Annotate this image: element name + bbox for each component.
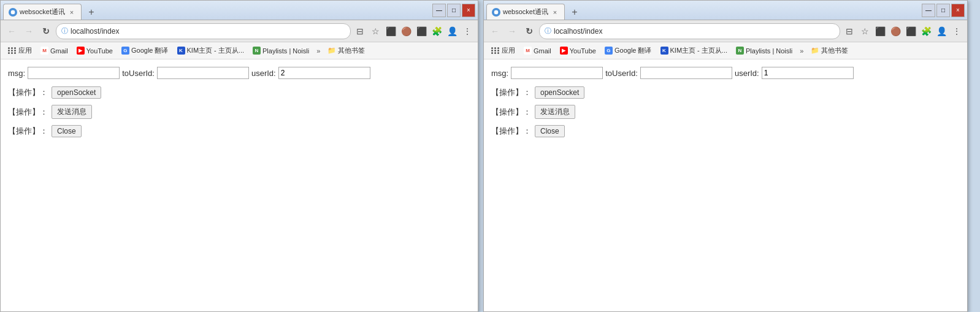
nav-icon5-left[interactable]: ⬛: [415, 25, 428, 38]
bookmark-youtube-left[interactable]: ▶ YouTube: [73, 45, 117, 56]
address-input-right[interactable]: [554, 27, 835, 36]
address-input-left[interactable]: [71, 27, 345, 36]
bookmark-star-icon-right[interactable]: ☆: [858, 25, 871, 38]
address-lock-left: ⓘ: [61, 26, 68, 36]
action-label-2-left: 【操作】：: [8, 107, 48, 118]
forward-btn-right[interactable]: →: [505, 24, 519, 39]
tab-right[interactable]: websocket通讯 ×: [486, 4, 565, 20]
tab-title-right: websocket通讯: [503, 7, 548, 17]
translate-label-left: Google 翻译: [131, 46, 169, 55]
bookmark-kim-right[interactable]: K KIM主页 - 主页从...: [657, 45, 732, 56]
nav-icon4-left[interactable]: 🟤: [399, 25, 413, 38]
bookmark-translate-left[interactable]: G Google 翻译: [118, 45, 172, 56]
nav-icon5-right[interactable]: ⬛: [904, 25, 917, 38]
send-msg-btn-left[interactable]: 发送消息: [52, 105, 92, 119]
nav-bar-left: ← → ↻ ⓘ ⊟ ☆ ⬛ 🟤 ⬛ 🧩 👤 ⋮: [1, 20, 478, 42]
userid-input-right[interactable]: [762, 67, 854, 79]
back-btn-right[interactable]: ←: [488, 24, 502, 39]
new-tab-btn-left[interactable]: +: [84, 5, 99, 20]
nav-icon3-right[interactable]: ⬛: [873, 25, 887, 38]
maximize-btn-left[interactable]: □: [447, 4, 461, 17]
youtube-label-left: YouTube: [86, 47, 113, 55]
msg-input-left[interactable]: [28, 67, 120, 79]
address-lock-right: ⓘ: [545, 26, 551, 36]
address-bar-right[interactable]: ⓘ: [539, 23, 840, 39]
bookmark-gmail-right[interactable]: M Gmail: [520, 45, 555, 56]
cast-icon-left[interactable]: ⊟: [353, 25, 367, 38]
youtube-favicon-right: ▶: [560, 47, 568, 55]
nav-icon4-right[interactable]: 🟤: [889, 25, 902, 38]
page-content-left: msg: toUserId: userId: 【操作】： openSocket …: [1, 59, 478, 311]
open-socket-btn-right[interactable]: openSocket: [535, 86, 584, 99]
bookmark-kim-left[interactable]: K KIM主页 - 主页从...: [174, 45, 248, 56]
apps-dots-left: [8, 47, 17, 54]
forward-btn-left[interactable]: →: [21, 24, 36, 39]
refresh-btn-right[interactable]: ↻: [522, 24, 537, 39]
svg-point-0: [10, 10, 15, 15]
menu-icon-right[interactable]: ⋮: [950, 25, 963, 38]
apps-dots-right: [491, 47, 500, 54]
noisli-label-left: Playlists | Noisli: [262, 47, 309, 55]
new-tab-btn-right[interactable]: +: [567, 5, 582, 20]
account-icon-left[interactable]: 👤: [445, 25, 459, 38]
address-bar-left[interactable]: ⓘ: [56, 23, 351, 39]
page-content-right: msg: toUserId: userId: 【操作】： openSocket …: [484, 59, 967, 311]
back-btn-left[interactable]: ←: [4, 24, 19, 39]
bookmark-translate-right[interactable]: G Google 翻译: [601, 45, 656, 56]
folder-icon-left: 📁: [327, 47, 336, 55]
bookmark-more-left[interactable]: »: [314, 46, 323, 56]
tab-close-right[interactable]: ×: [551, 8, 559, 17]
close-btn-left[interactable]: ×: [462, 4, 475, 17]
input-row-right: msg: toUserId: userId:: [491, 67, 960, 79]
userid-label-right: userId:: [735, 69, 759, 78]
translate-label-right: Google 翻译: [614, 46, 652, 55]
bookmarks-bar-right: 应用 M Gmail ▶ YouTube G Google 翻译 K KIM主页…: [484, 42, 967, 59]
msg-label-right: msg:: [491, 69, 508, 78]
touserid-input-left[interactable]: [157, 67, 249, 79]
apps-label-left: 应用: [18, 46, 32, 55]
bookmark-youtube-right[interactable]: ▶ YouTube: [556, 45, 600, 56]
bookmark-noisli-right[interactable]: N Playlists | Noisli: [732, 45, 796, 56]
bookmark-star-icon-left[interactable]: ☆: [369, 25, 382, 38]
minimize-btn-right[interactable]: —: [922, 4, 935, 17]
nav-icons-right: ⊟ ☆ ⬛ 🟤 ⬛ 🧩 👤 ⋮: [843, 25, 963, 38]
userid-input-left[interactable]: [278, 67, 370, 79]
bookmark-more-right[interactable]: »: [797, 46, 806, 56]
other-label-right: 其他书签: [821, 46, 848, 55]
tab-favicon-left: [9, 8, 17, 17]
bookmark-gmail-left[interactable]: M Gmail: [37, 45, 72, 56]
send-msg-btn-right[interactable]: 发送消息: [535, 105, 575, 119]
action-row-2-right: 【操作】： 发送消息: [491, 105, 960, 119]
msg-label-left: msg:: [8, 69, 25, 78]
open-socket-btn-left[interactable]: openSocket: [52, 86, 101, 99]
minimize-btn-left[interactable]: —: [432, 4, 446, 17]
bookmark-noisli-left[interactable]: N Playlists | Noisli: [249, 45, 313, 56]
nav-bar-right: ← → ↻ ⓘ ⊟ ☆ ⬛ 🟤 ⬛ 🧩 👤 ⋮: [484, 20, 967, 42]
tab-left[interactable]: websocket通讯 ×: [3, 4, 82, 20]
title-bar-right: websocket通讯 × + — □ ×: [484, 1, 967, 20]
extensions-icon-left[interactable]: 🧩: [430, 25, 443, 38]
menu-icon-left[interactable]: ⋮: [461, 25, 474, 38]
nav-icon3-left[interactable]: ⬛: [384, 25, 397, 38]
window-controls-left: — □ ×: [432, 4, 475, 17]
gmail-favicon-left: M: [40, 47, 48, 55]
close-btn-page-right[interactable]: Close: [535, 125, 565, 137]
refresh-btn-left[interactable]: ↻: [39, 24, 53, 39]
touserid-input-right[interactable]: [640, 67, 732, 79]
close-btn-right[interactable]: ×: [951, 4, 965, 17]
maximize-btn-right[interactable]: □: [936, 4, 950, 17]
bookmark-folder-right[interactable]: 📁 其他书签: [807, 45, 852, 56]
tab-close-left[interactable]: ×: [67, 8, 76, 17]
account-icon-right[interactable]: 👤: [935, 25, 948, 38]
cast-icon-right[interactable]: ⊟: [843, 25, 856, 38]
bookmark-folder-left[interactable]: 📁 其他书签: [324, 45, 369, 56]
kim-label-left: KIM主页 - 主页从...: [187, 46, 245, 55]
extensions-icon-right[interactable]: 🧩: [919, 25, 933, 38]
bookmark-apps-left[interactable]: 应用: [4, 45, 36, 56]
msg-input-right[interactable]: [511, 67, 603, 79]
close-btn-page-left[interactable]: Close: [52, 125, 82, 137]
action-label-3-left: 【操作】：: [8, 126, 48, 137]
action-row-1-left: 【操作】： openSocket: [8, 86, 470, 99]
browser-window-left: websocket通讯 × + — □ × ← → ↻ ⓘ ⊟ ☆ ⬛ 🟤 ⬛ …: [0, 0, 478, 312]
bookmark-apps-right[interactable]: 应用: [488, 45, 519, 56]
